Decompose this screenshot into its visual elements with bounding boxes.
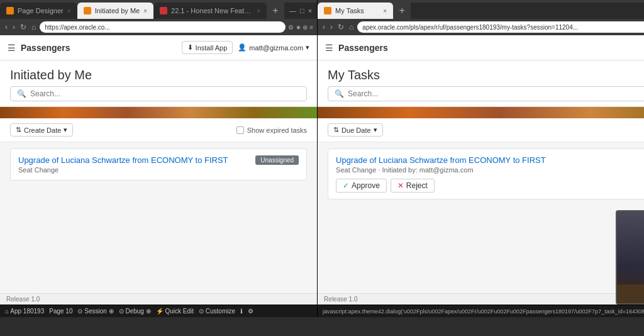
approve-label: Approve [352,181,380,190]
left-search-input[interactable] [30,89,300,98]
left-status-gear[interactable]: ⚙ [248,308,253,315]
left-new-tab-button[interactable]: + [267,3,284,19]
left-refresh-btn[interactable]: ↻ [19,23,28,31]
right-address-bar: ‹ › ↻ ⌂ ⚙ ★ ⊕ ≡ [318,19,644,35]
left-back-btn[interactable]: ‹ [4,23,9,31]
reject-button[interactable]: ✕ Reject [391,179,435,193]
webcam-overlay [616,210,644,305]
right-back-btn[interactable]: ‹ [321,23,326,31]
left-status-page: Page 10 [49,308,72,315]
right-sort-button[interactable]: ⇅ Due Date ▾ [328,123,382,137]
right-hamburger-icon[interactable]: ☰ [325,43,333,53]
left-forward-btn[interactable]: › [11,23,16,31]
webcam-video [617,211,644,303]
right-status-bar: javascript:apex.theme42.dialog('u002Fpls… [318,305,644,317]
left-status-customize: ⊙ Customize [199,308,235,315]
left-filter-bar: ⇅ Create Date ▾ Show expired tasks [0,118,317,142]
reject-label: Reject [406,181,428,190]
left-task-badge-0: Unassigned [255,155,299,165]
left-release-label: Release 1.0 [6,296,40,303]
right-forward-btn[interactable]: › [329,23,334,31]
tab-my-tasks-label: My Tasks [335,7,379,14]
left-tab-bar: Page Designer × Initiated by Me × 22.1 -… [0,0,317,19]
right-release-label: Release 1.0 [324,296,357,303]
left-user-icon: 👤 [238,43,247,52]
left-app-title: Passengers [21,43,177,53]
approve-check-icon: ✓ [343,181,349,190]
left-show-expired[interactable]: Show expired tasks [236,126,307,134]
right-page-header: My Tasks 🔍 [318,60,644,107]
tab-my-tasks-close[interactable]: × [383,8,387,14]
left-user-name: matt@gizma.com [249,44,303,52]
left-search-bar: 🔍 [10,86,307,101]
left-status-debug: ⊙ Debug ⊕ [119,308,151,315]
reject-x-icon: ✕ [397,181,404,190]
minimize-btn[interactable]: — [289,7,296,14]
left-status-bar: ⌂ App 180193 Page 10 ⊙ Session ⊕ ⊙ Debug… [0,305,317,317]
left-task-card-0: Upgrade of Luciana Schwartze from ECONOM… [10,148,307,181]
left-sort-button[interactable]: ⇅ Create Date ▾ [10,123,73,137]
left-app-header: ☰ Passengers ⬇ Install App 👤 matt@gizma.… [0,35,317,60]
left-home-btn[interactable]: ⌂ [30,23,37,31]
right-footer: Release 1.0 [318,293,644,305]
right-sort-chevron: ▾ [374,126,377,134]
left-hamburger-icon[interactable]: ☰ [8,43,16,53]
install-label: Install App [196,44,228,52]
tab-my-tasks[interactable]: My Tasks × [318,3,393,19]
right-task-subtitle-0: Seat Change · Initiated by: matt@gizma.c… [336,166,644,174]
right-search-bar: 🔍 [328,86,644,101]
left-status-session: ⊙ Session ⊕ [77,308,113,315]
honest-features-favicon [160,7,167,14]
left-search-icon: 🔍 [17,89,26,98]
right-app-header: ☰ Passengers ? 👤 bo ▾ [318,35,644,60]
close-btn[interactable]: × [308,7,312,14]
left-status-info[interactable]: ℹ [240,308,243,315]
right-sort-label: Due Date [341,126,370,134]
right-task-list: Upgrade of Luciana Schwartze from ECONOM… [318,142,644,293]
left-url-input[interactable] [40,21,286,33]
tab-initiated-close[interactable]: × [143,8,147,14]
left-page-content: Initiated by Me 🔍 ⇅ Create Date ▾ [0,60,317,293]
left-sort-icon: ⇅ [16,126,21,134]
tab-page-designer[interactable]: Page Designer × [0,3,77,19]
right-task-card-0-header: Upgrade of Luciana Schwartze from ECONOM… [336,155,644,165]
right-page-title: My Tasks [328,68,644,82]
left-task-link-0[interactable]: Upgrade of Luciana Schwartze from ECONOM… [18,155,228,165]
left-page-title: Initiated by Me [10,68,307,82]
right-status-url: javascript:apex.theme42.dialog('u002Fpls… [323,308,644,315]
my-tasks-favicon [324,7,331,14]
right-banner [318,107,644,118]
right-task-actions: ✓ Approve ✕ Reject [336,179,644,193]
approve-button[interactable]: ✓ Approve [336,179,387,193]
tab-page-designer-close[interactable]: × [67,8,71,14]
right-task-link-0[interactable]: Upgrade of Luciana Schwartze from ECONOM… [336,155,546,165]
right-tab-bar: My Tasks × + — □ × [318,0,644,19]
right-filter-bar: ⇅ Due Date ▾ Show expired tasks [318,118,644,142]
right-task-subtitle-label: Seat Change [336,166,376,174]
right-sort-icon: ⇅ [333,126,339,134]
tab-initiated-by-me[interactable]: Initiated by Me × [77,3,153,19]
desk-surface [617,284,644,303]
left-show-expired-checkbox[interactable] [236,126,244,134]
right-home-btn[interactable]: ⌂ [348,23,355,31]
left-page-header: Initiated by Me 🔍 [0,60,317,107]
tab-honest-features-close[interactable]: × [257,8,260,14]
right-new-tab-button[interactable]: + [393,3,411,19]
left-user-chevron: ▾ [306,43,309,52]
left-task-card-0-header: Upgrade of Luciana Schwartze from ECONOM… [18,155,299,165]
right-search-input[interactable] [348,89,644,98]
right-refresh-btn[interactable]: ↻ [336,23,345,31]
left-status-app: ⌂ App 180193 [5,308,44,315]
left-install-btn[interactable]: ⬇ Install App [182,41,233,54]
initiated-favicon [84,7,91,14]
right-task-initiated-by: Initiated by: matt@gizma.com [382,166,474,174]
tab-honest-features[interactable]: 22.1 - Honest New Features - Goo... × [153,3,267,19]
right-url-input[interactable] [357,21,644,33]
left-task-list: Upgrade of Luciana Schwartze from ECONOM… [0,142,317,293]
tab-initiated-label: Initiated by Me [95,7,140,14]
left-user-menu[interactable]: 👤 matt@gizma.com ▾ [238,43,309,52]
maximize-btn[interactable]: □ [300,7,304,14]
right-task-card-0: Upgrade of Luciana Schwartze from ECONOM… [328,148,644,199]
left-sort-chevron: ▾ [64,126,67,134]
tab-page-designer-label: Page Designer [18,7,64,14]
